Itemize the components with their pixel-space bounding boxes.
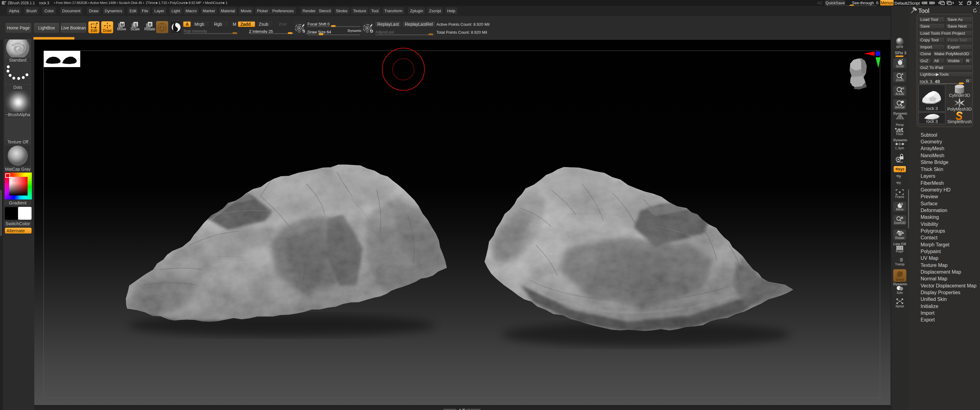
svg-text:Rotate: Rotate [144,27,155,31]
svg-text:Scale: Scale [130,27,140,31]
svg-text:S: S [302,29,305,34]
svg-text:Move: Move [117,27,126,31]
svg-text:R: R [148,22,151,27]
svg-text:x1: x1 [901,87,904,90]
svg-text:S: S [134,22,137,27]
svg-text:M: M [121,22,124,27]
svg-text:D: D [370,29,373,34]
